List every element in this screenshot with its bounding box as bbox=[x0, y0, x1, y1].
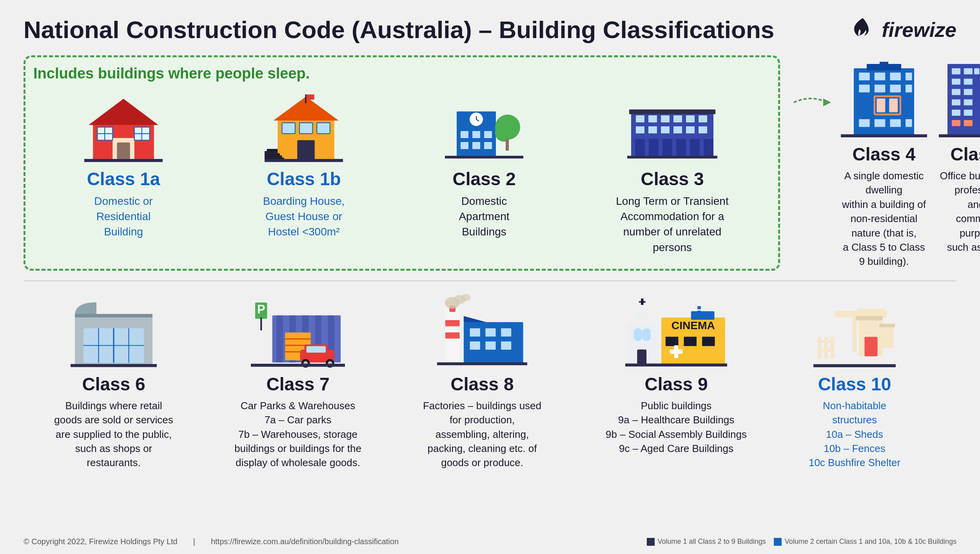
logo-text: firewize bbox=[882, 18, 956, 42]
svg-rect-187 bbox=[880, 326, 893, 348]
svg-rect-85 bbox=[952, 78, 960, 84]
top-row: Includes buildings where people sleep. bbox=[24, 55, 956, 273]
logo: firewize bbox=[847, 16, 956, 44]
class-1b-icon bbox=[265, 92, 343, 162]
separator: | bbox=[193, 537, 195, 546]
class-2-icon bbox=[445, 92, 523, 162]
svg-rect-15 bbox=[282, 123, 295, 134]
svg-rect-9 bbox=[117, 142, 130, 160]
class-9-icon: CINEMA bbox=[625, 293, 727, 368]
class-1b-name: Class 1b bbox=[267, 168, 341, 190]
svg-rect-60 bbox=[627, 156, 717, 159]
svg-rect-169 bbox=[702, 337, 715, 346]
legend-volume1: Volume 1 all Class 2 to 9 Buildings bbox=[647, 538, 766, 546]
svg-rect-143 bbox=[445, 320, 460, 326]
svg-rect-151 bbox=[485, 328, 495, 337]
svg-rect-119 bbox=[71, 364, 157, 367]
bottom-row: Class 6 Buildings where retailgoods are … bbox=[24, 289, 956, 474]
svg-rect-179 bbox=[824, 337, 828, 358]
svg-marker-61 bbox=[823, 98, 831, 106]
svg-rect-93 bbox=[952, 120, 960, 126]
svg-rect-79 bbox=[906, 119, 912, 127]
svg-rect-77 bbox=[875, 119, 886, 127]
svg-rect-30 bbox=[461, 131, 468, 138]
svg-rect-188 bbox=[879, 324, 895, 327]
svg-rect-86 bbox=[964, 78, 973, 84]
svg-rect-45 bbox=[676, 139, 686, 157]
svg-rect-177 bbox=[852, 317, 857, 352]
svg-rect-118 bbox=[75, 314, 152, 317]
class-9-desc: Public buildings9a – Healthcare Building… bbox=[606, 399, 747, 456]
svg-rect-24 bbox=[265, 159, 343, 162]
svg-rect-67 bbox=[890, 73, 901, 80]
svg-rect-94 bbox=[964, 120, 973, 126]
svg-rect-49 bbox=[648, 115, 657, 122]
class-card-4: Class 4 A single domestic dwellingwithin… bbox=[835, 55, 933, 273]
svg-rect-178 bbox=[818, 337, 821, 358]
svg-rect-144 bbox=[445, 332, 460, 339]
svg-rect-156 bbox=[437, 362, 527, 365]
legend2-text: Volume 2 certain Class 1 and 10a, 10b & … bbox=[785, 538, 956, 546]
svg-rect-50 bbox=[661, 115, 670, 122]
svg-rect-33 bbox=[461, 142, 468, 149]
green-box-label: Includes buildings where people sleep. bbox=[33, 65, 770, 82]
svg-rect-54 bbox=[636, 126, 644, 133]
class-card-3: Class 3 Long Term or TransientAccommodat… bbox=[574, 88, 770, 259]
class-9-name: Class 9 bbox=[644, 374, 708, 395]
class-6-name: Class 6 bbox=[82, 374, 145, 395]
svg-rect-78 bbox=[890, 119, 901, 127]
svg-rect-47 bbox=[704, 139, 713, 157]
svg-rect-150 bbox=[470, 328, 480, 337]
svg-rect-14 bbox=[307, 95, 314, 100]
class-3-desc: Long Term or TransientAccommodation for … bbox=[616, 193, 728, 255]
svg-rect-38 bbox=[506, 139, 509, 151]
class-card-8: Class 8 Factories – buildings usedfor pr… bbox=[392, 289, 572, 474]
svg-rect-180 bbox=[831, 337, 834, 358]
class-1a-desc: Domestic orResidentialBuilding bbox=[94, 193, 152, 240]
class-5-icon bbox=[939, 59, 980, 138]
svg-rect-59 bbox=[699, 126, 707, 133]
class-7-icon: P bbox=[251, 293, 345, 368]
class-1b-desc: Boarding House,Guest House orHostel <300… bbox=[263, 193, 345, 240]
class-2-name: Class 2 bbox=[452, 168, 515, 190]
page-title: National Construction Code (Australia) –… bbox=[24, 16, 774, 44]
svg-rect-90 bbox=[964, 99, 973, 105]
svg-rect-122 bbox=[260, 317, 262, 330]
svg-rect-171 bbox=[674, 345, 679, 358]
svg-rect-168 bbox=[684, 337, 697, 346]
svg-rect-186 bbox=[856, 316, 883, 320]
class-card-5: Class 5 Office buildings forprofessional… bbox=[933, 55, 980, 258]
svg-rect-167 bbox=[666, 337, 679, 346]
header: National Construction Code (Australia) –… bbox=[24, 16, 956, 44]
svg-rect-57 bbox=[673, 126, 682, 133]
svg-text:P: P bbox=[257, 303, 265, 316]
footer-left: © Copyright 2022, Firewize Holdings Pty … bbox=[24, 537, 399, 546]
class-4-icon bbox=[841, 59, 927, 138]
svg-rect-48 bbox=[636, 115, 644, 122]
svg-rect-19 bbox=[267, 149, 278, 151]
svg-rect-155 bbox=[501, 341, 511, 350]
svg-rect-70 bbox=[875, 85, 886, 93]
svg-rect-42 bbox=[635, 139, 645, 157]
svg-rect-32 bbox=[484, 131, 492, 138]
class-card-7: P bbox=[204, 289, 392, 474]
svg-rect-175 bbox=[625, 363, 727, 366]
class-card-1b: Class 1b Boarding House,Guest House orHo… bbox=[214, 88, 394, 259]
svg-rect-17 bbox=[317, 123, 330, 134]
svg-point-147 bbox=[461, 294, 471, 301]
svg-marker-149 bbox=[464, 316, 486, 322]
svg-rect-22 bbox=[265, 155, 282, 158]
svg-point-37 bbox=[495, 124, 512, 142]
class-4-desc: A single domestic dwellingwithin a build… bbox=[841, 169, 927, 269]
svg-rect-140 bbox=[251, 364, 345, 367]
svg-rect-152 bbox=[501, 328, 511, 337]
svg-rect-21 bbox=[265, 153, 280, 156]
legend-box-blue bbox=[774, 538, 782, 546]
footer-right: Volume 1 all Class 2 to 9 Buildings Volu… bbox=[647, 538, 956, 546]
svg-rect-64 bbox=[880, 62, 888, 66]
footer: © Copyright 2022, Firewize Holdings Pty … bbox=[24, 537, 956, 546]
class-10-icon bbox=[813, 293, 896, 368]
svg-rect-111 bbox=[939, 134, 980, 137]
class-1a-icon bbox=[84, 92, 163, 162]
svg-rect-53 bbox=[699, 115, 707, 122]
